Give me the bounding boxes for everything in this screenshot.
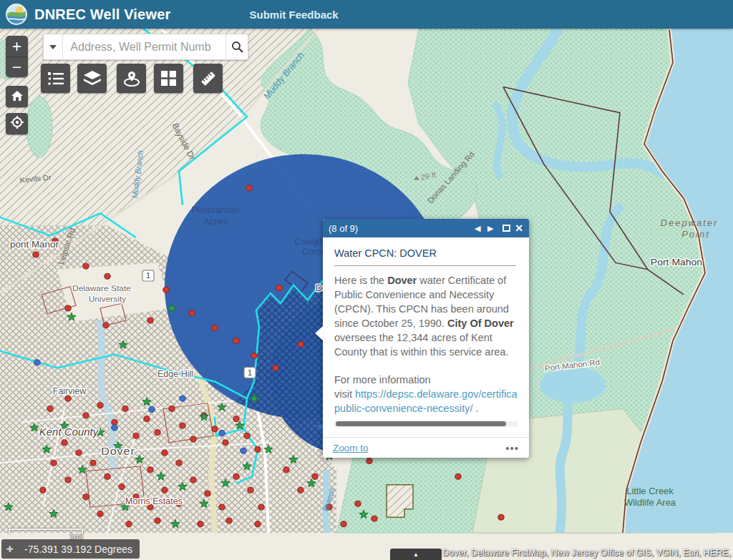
well-marker[interactable] (62, 440, 67, 446)
well-marker[interactable] (223, 440, 228, 446)
wells-button[interactable] (117, 64, 146, 93)
well-marker[interactable] (283, 467, 289, 473)
search-input[interactable] (63, 34, 225, 59)
well-marker[interactable] (312, 473, 318, 479)
well-marker[interactable] (498, 514, 504, 520)
well-marker[interactable] (246, 185, 252, 191)
well-marker[interactable] (219, 504, 225, 510)
well-marker[interactable] (40, 487, 46, 493)
well-marker[interactable] (190, 477, 196, 483)
well-marker[interactable] (276, 285, 282, 290)
cpcn-link[interactable]: https://depsc.delaware.gov/certifica (355, 388, 517, 400)
well-marker[interactable] (126, 521, 132, 527)
well-marker[interactable] (251, 353, 257, 358)
locate-button[interactable] (6, 113, 28, 134)
popup-maximize-button[interactable] (503, 225, 510, 232)
search-button[interactable] (225, 34, 248, 59)
well-marker[interactable] (47, 406, 53, 411)
submit-feedback-link[interactable]: Submit Feedback (250, 9, 339, 21)
well-marker[interactable] (212, 325, 218, 330)
crosshair-icon[interactable]: ✚ (1, 544, 19, 554)
well-marker[interactable] (51, 460, 57, 466)
chevron-down-icon (49, 44, 57, 50)
well-marker[interactable] (147, 467, 153, 473)
well-marker[interactable] (341, 521, 346, 527)
blue-point-marker[interactable] (241, 448, 247, 453)
well-marker[interactable] (233, 473, 239, 479)
well-marker[interactable] (97, 511, 103, 516)
well-marker[interactable] (255, 521, 261, 527)
well-marker[interactable] (155, 518, 160, 524)
blue-point-marker[interactable] (112, 425, 118, 431)
well-marker[interactable] (103, 323, 109, 328)
well-marker[interactable] (258, 504, 264, 510)
well-marker[interactable] (83, 494, 89, 500)
home-button[interactable] (6, 86, 28, 107)
ruler-icon (200, 70, 217, 87)
well-marker[interactable] (105, 273, 110, 279)
well-marker[interactable] (355, 501, 361, 506)
well-marker[interactable] (233, 338, 239, 344)
well-marker[interactable] (90, 460, 96, 466)
well-marker[interactable] (65, 477, 71, 483)
well-marker[interactable] (33, 252, 39, 257)
well-marker[interactable] (122, 406, 128, 411)
well-marker[interactable] (233, 416, 239, 422)
zoom-out-button[interactable]: − (6, 57, 28, 77)
popup-body: Water CPCN: DOVER Here is the Dover wate… (323, 237, 529, 437)
well-marker[interactable] (198, 521, 203, 527)
well-marker[interactable] (366, 458, 372, 463)
well-marker[interactable] (83, 263, 89, 269)
blue-point-marker[interactable] (149, 406, 155, 412)
well-marker[interactable] (112, 419, 117, 425)
well-marker[interactable] (248, 487, 253, 493)
well-marker[interactable] (180, 423, 185, 428)
well-marker[interactable] (205, 491, 210, 496)
well-marker[interactable] (169, 406, 175, 411)
legend-button[interactable] (41, 64, 70, 93)
blue-point-marker[interactable] (180, 396, 186, 401)
well-marker[interactable] (189, 310, 195, 316)
well-marker[interactable] (298, 487, 304, 493)
well-marker[interactable] (455, 473, 461, 479)
well-marker[interactable] (190, 436, 196, 442)
well-marker[interactable] (83, 413, 89, 418)
well-marker[interactable] (255, 446, 261, 452)
well-marker[interactable] (65, 396, 71, 401)
search-source-dropdown[interactable] (44, 34, 63, 59)
zoom-in-button[interactable]: + (6, 36, 28, 57)
well-marker[interactable] (176, 460, 182, 466)
well-marker[interactable] (372, 516, 377, 521)
well-marker[interactable] (226, 518, 232, 524)
well-marker[interactable] (163, 287, 169, 293)
basemap-button[interactable] (154, 64, 183, 93)
well-marker[interactable] (155, 430, 160, 436)
well-marker[interactable] (162, 487, 168, 493)
cpcn-link-continued[interactable]: public-convenience-necessity/ (334, 403, 472, 414)
well-marker[interactable] (105, 473, 110, 479)
well-marker[interactable] (298, 341, 304, 347)
blue-point-marker[interactable] (34, 360, 41, 365)
well-marker[interactable] (76, 450, 82, 456)
well-marker[interactable] (133, 433, 139, 438)
popup-close-button[interactable]: ✕ (515, 222, 523, 234)
well-marker[interactable] (244, 433, 250, 438)
blue-point-marker[interactable] (219, 430, 225, 436)
scrollbar-thumb[interactable] (336, 421, 506, 426)
measure-button[interactable] (193, 64, 223, 93)
attribution-expand-button[interactable]: ▲ (390, 549, 442, 560)
well-marker[interactable] (162, 450, 168, 456)
popup-more-actions-button[interactable]: ••• (505, 442, 519, 454)
well-marker[interactable] (119, 484, 125, 490)
well-marker[interactable] (144, 416, 150, 422)
well-marker[interactable] (212, 426, 218, 432)
well-marker[interactable] (97, 403, 103, 408)
popup-next-button[interactable]: ▶ (484, 224, 497, 233)
layers-button[interactable] (77, 64, 107, 93)
zoom-to-link[interactable]: Zoom to (333, 443, 505, 453)
well-marker[interactable] (65, 305, 71, 311)
map-label: University (89, 295, 127, 304)
popup-prev-button[interactable]: ◀ (471, 224, 484, 233)
well-marker[interactable] (147, 318, 153, 323)
well-marker[interactable] (273, 365, 278, 370)
